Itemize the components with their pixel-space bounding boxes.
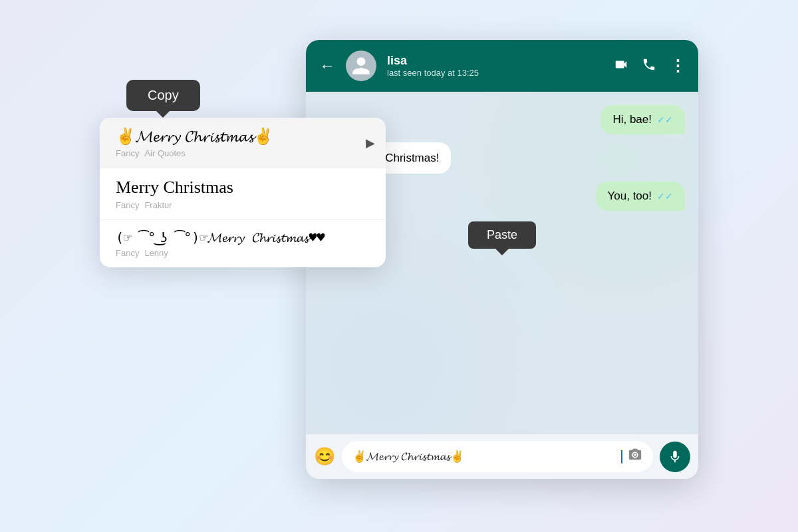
fancy-text-fraktur: Merry Christmas [116, 178, 370, 198]
text-cursor [621, 450, 622, 464]
fancy-text-lenny: (☞ ͡° ͜ʖ ͡°)☞𝓜𝓮𝓻𝓻𝔂 𝓒𝓱𝓻𝓲𝓼𝓽𝓶𝓪𝓼♥♥ [116, 229, 370, 245]
wa-input-text: ✌️𝓜𝓮𝓻𝓻𝔂 𝓒𝓱𝓻𝓲𝓼𝓽𝓶𝓪𝓼✌️ [352, 450, 615, 464]
bubble-3-text: You, too! [608, 190, 652, 203]
wa-video-icon[interactable] [614, 57, 628, 75]
tag-fraktur: Fraktur [144, 200, 172, 210]
wa-phone-icon[interactable] [642, 57, 656, 75]
bubble-1-content: Hi, bae! ✓✓ [612, 113, 673, 126]
wa-contact-info: lisa last seen today at 13:25 [387, 54, 603, 78]
fancy-item-lenny[interactable]: (☞ ͡° ͜ʖ ͡°)☞𝓜𝓮𝓻𝓻𝔂 𝓒𝓱𝓻𝓲𝓼𝓽𝓶𝓪𝓼♥♥ Fancy Len… [100, 220, 386, 267]
wa-contact-name: lisa [387, 54, 603, 68]
copy-tooltip[interactable]: Copy [100, 80, 386, 112]
copy-tooltip-label: Copy [148, 88, 179, 102]
bubble-1: Hi, bae! ✓✓ [600, 105, 685, 134]
wa-emoji-button[interactable]: 😊 [314, 446, 335, 467]
wa-input-bar: 😊 ✌️𝓜𝓮𝓻𝓻𝔂 𝓒𝓱𝓻𝓲𝓼𝓽𝓶𝓪𝓼✌️ [306, 434, 698, 479]
bubble-3-check: ✓✓ [657, 191, 673, 201]
scene: Copy ✌️𝓜𝓮𝓻𝓻𝔂 𝓒𝓱𝓻𝓲𝓼𝓽𝓶𝓪𝓼✌️ Fancy Air Quote… [100, 40, 698, 492]
wa-camera-icon[interactable] [628, 448, 642, 466]
fancy-item-fraktur[interactable]: Merry Christmas Fancy Fraktur [100, 168, 386, 220]
tag-fancy-2: Fancy [116, 200, 139, 210]
tag-air-quotes: Air Quotes [144, 148, 185, 158]
paste-tooltip[interactable]: Paste [468, 221, 536, 249]
bubble-3-content: You, too! ✓✓ [608, 190, 674, 203]
selected-indicator: ▶ [366, 136, 375, 150]
wa-header-icons: ⋮ [614, 57, 685, 75]
fancy-tags-lenny: Fancy Lenny [116, 248, 370, 258]
fancy-card: ✌️𝓜𝓮𝓻𝓻𝔂 𝓒𝓱𝓻𝓲𝓼𝓽𝓶𝓪𝓼✌️ Fancy Air Quotes ▶ M… [100, 118, 386, 267]
wa-back-button[interactable]: ← [319, 57, 335, 75]
tag-fancy-3: Fancy [116, 248, 139, 258]
wa-more-icon[interactable]: ⋮ [670, 57, 685, 75]
wa-input-field[interactable]: ✌️𝓜𝓮𝓻𝓻𝔂 𝓒𝓱𝓻𝓲𝓼𝓽𝓶𝓪𝓼✌️ [342, 441, 653, 472]
bubble-1-text: Hi, bae! [612, 113, 652, 126]
bubble-3: You, too! ✓✓ [596, 182, 686, 211]
fancy-picker-area: Copy ✌️𝓜𝓮𝓻𝓻𝔂 𝓒𝓱𝓻𝓲𝓼𝓽𝓶𝓪𝓼✌️ Fancy Air Quote… [100, 80, 386, 267]
wa-mic-button[interactable] [660, 442, 690, 472]
fancy-tags-air-quotes: Fancy Air Quotes [116, 148, 370, 158]
fancy-tags-fraktur: Fancy Fraktur [116, 200, 370, 210]
wa-contact-status: last seen today at 13:25 [387, 68, 603, 78]
paste-tooltip-label: Paste [487, 228, 517, 241]
tag-lenny: Lenny [144, 248, 168, 258]
fancy-item-air-quotes[interactable]: ✌️𝓜𝓮𝓻𝓻𝔂 𝓒𝓱𝓻𝓲𝓼𝓽𝓶𝓪𝓼✌️ Fancy Air Quotes ▶ [100, 118, 386, 168]
fancy-text-air-quotes: ✌️𝓜𝓮𝓻𝓻𝔂 𝓒𝓱𝓻𝓲𝓼𝓽𝓶𝓪𝓼✌️ [116, 127, 370, 146]
bubble-1-check: ✓✓ [657, 114, 673, 125]
tag-fancy-1: Fancy [116, 148, 139, 158]
wa-avatar [346, 51, 376, 81]
